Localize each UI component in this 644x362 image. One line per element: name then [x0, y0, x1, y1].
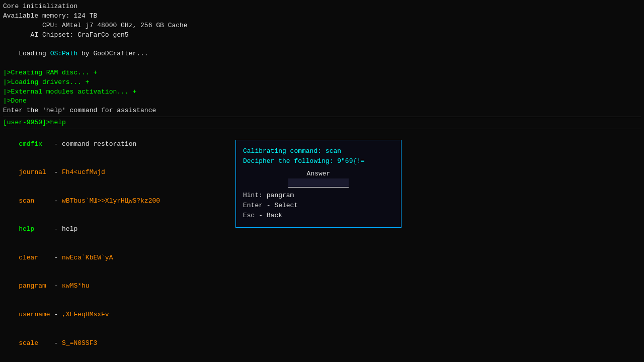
help-pangram: pangram - кwMS*hu — [3, 273, 641, 301]
boot-line-5: Loading OS:Path by GooDCrafter... — [3, 40, 641, 68]
prompt-1: [user-9950]>help — [3, 118, 641, 128]
dialog-decipher: Decipher the following: 9"69{!= — [243, 156, 394, 166]
dialog-hint: Hint: pangram — [243, 191, 394, 201]
help-scan-encoded: wBTbus`МШ>>XlyrHЦwS?kz200 — [62, 197, 160, 205]
dialog-answer-input[interactable] — [288, 178, 349, 188]
boot-line-1: Core initialization — [3, 2, 641, 12]
boot-loading-prefix: Loading — [19, 50, 50, 57]
help-clear: clear - nwEca`KbEW`yA — [3, 244, 641, 273]
boot-line-2: Available memory: 124 TB — [3, 12, 641, 21]
boot-line-6: |>Creating RAM disc... + — [3, 68, 641, 78]
divider-1 — [3, 117, 641, 117]
boot-line-4: AI Chipset: CraFarCo gen5 — [3, 31, 641, 40]
terminal: Core initialization Available memory: 12… — [0, 0, 644, 362]
help-cmd-username: username — [19, 311, 50, 318]
help-pangram-encoded: кwMS*hu — [62, 282, 90, 290]
divider-2 — [3, 129, 641, 129]
help-username: username - ,XEFeqHMsxFv — [3, 301, 641, 329]
dialog-esc-label: Esc - Back — [243, 211, 394, 221]
help-cmd-pangram: pangram — [19, 282, 46, 290]
help-journal-encoded: Fh4<ucfMwjd — [62, 168, 105, 176]
dialog-enter-label: Enter - Select — [243, 201, 394, 211]
help-font: font - Ngo^nfbe — [3, 357, 641, 362]
dialog-answer-container: Answer — [243, 170, 394, 188]
help-cmd-journal: journal — [19, 168, 46, 176]
help-cmd-scan: scan — [19, 197, 34, 205]
dialog-box: Calibrating command: scan Decipher the f… — [235, 140, 401, 228]
dialog-title: Calibrating command: scan — [243, 146, 394, 156]
boot-line-9: |>Done — [3, 97, 641, 106]
help-cmd-cmdfix: cmdfix — [19, 140, 42, 148]
boot-line-10: Enter the 'help' command for assistance — [3, 106, 641, 116]
boot-line-3: CPU: AMtel j7 48000 GHz, 256 GB Cache — [3, 21, 641, 31]
boot-loading-suffix: by GooDCrafter... — [77, 50, 148, 57]
boot-line-8: |>External modules activation... + — [3, 87, 641, 97]
help-username-encoded: ,XEFeqHMsxFv — [62, 311, 109, 318]
help-scale-encoded: S_=N0SSF3 — [62, 339, 97, 347]
help-cmd-scale: scale — [19, 339, 38, 347]
boot-ospath: OS:Path — [50, 50, 78, 57]
help-scale: scale - S_=N0SSF3 — [3, 329, 641, 358]
boot-line-7: |>Loading drivers... + — [3, 78, 641, 87]
help-cmd-clear: clear — [19, 254, 38, 261]
help-cmd-help: help — [19, 225, 34, 233]
help-clear-encoded: nwEca`KbEW`yA — [62, 254, 113, 261]
dialog-answer-label: Answer — [307, 170, 331, 177]
